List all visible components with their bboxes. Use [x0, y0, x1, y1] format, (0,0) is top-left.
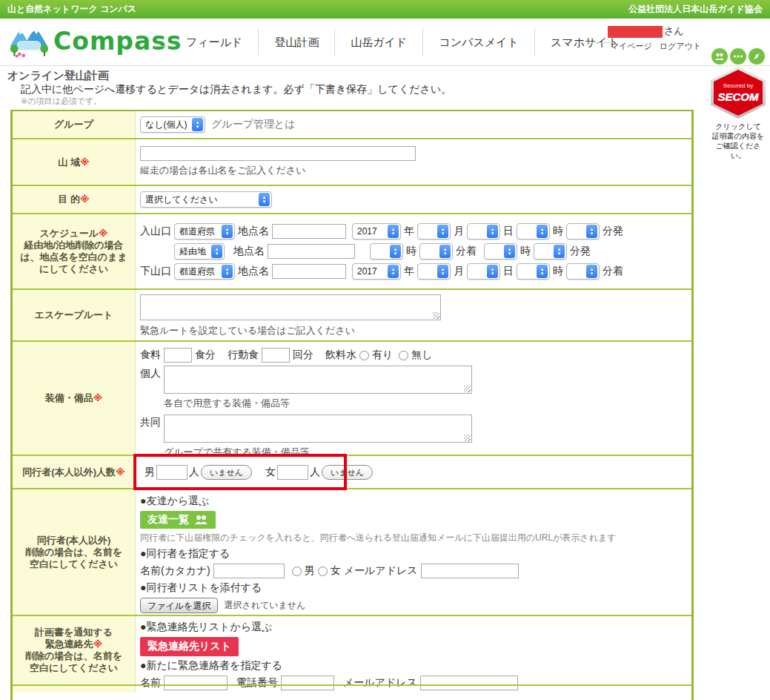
header: Compass フィールド 登山計画 山岳ガイド コンパスメイト スマホサイト … — [0, 19, 770, 66]
male-none-button[interactable]: いません — [201, 465, 252, 480]
org-name: 公益社団法人日本山岳ガイド協会 — [628, 3, 763, 16]
user-suffix: さん — [664, 24, 684, 38]
female-count-label: 女 — [265, 466, 276, 479]
snack-unit: 回分 — [293, 349, 313, 362]
emergency-label-cell: 計画書を通知する 緊急連絡先※ 削除の場合は、名前を 空白にしてください — [13, 616, 136, 684]
resize-grip-icon[interactable] — [433, 312, 439, 319]
group-manage-link[interactable]: グループ管理とは — [211, 118, 296, 131]
exit-year-select[interactable]: 2017 ▲▼ — [352, 263, 401, 280]
water-yes-radio[interactable] — [359, 351, 369, 360]
point-name-label: 地点名 — [233, 245, 265, 258]
via-arr-minute-select[interactable]: ▲▼ — [419, 243, 453, 260]
via-dep-minute-select[interactable]: ▲▼ — [534, 243, 567, 260]
water-no-label: 無し — [411, 349, 432, 362]
user-block: さん マイページ ログアウト — [608, 24, 704, 52]
entry-day-select[interactable]: ▲▼ — [467, 223, 500, 240]
required-mark: ※ — [80, 194, 90, 205]
companions-note: 同行者に下山届権限のチェックを入れると、同行者へ送られる登山届通知メールに下山届… — [140, 532, 616, 544]
mypage-link[interactable]: マイページ — [611, 41, 652, 52]
exit-month-select[interactable]: ▲▼ — [417, 263, 451, 280]
entry-month-select[interactable]: ▲▼ — [417, 223, 451, 240]
unit-hour: 時 — [553, 225, 563, 238]
logout-link[interactable]: ログアウト — [660, 41, 701, 52]
via-arr-hour-select[interactable]: ▲▼ — [370, 243, 403, 260]
entry-hour-select[interactable]: ▲▼ — [517, 223, 550, 240]
entry-year-select[interactable]: 2017 ▲▼ — [352, 223, 401, 240]
entry-point-input[interactable] — [272, 224, 346, 239]
chat-dots-icon[interactable] — [730, 48, 746, 65]
friends-icon — [193, 515, 208, 525]
attach-list-bullet: ●同行者リストを添付する — [140, 581, 262, 595]
site-name: 山と自然ネットワーク コンパス — [7, 3, 136, 16]
file-select-button[interactable]: ファイルを選択 — [140, 598, 218, 613]
male-count-input[interactable] — [156, 465, 187, 480]
nav-climb-plan[interactable]: 登山計画 — [259, 36, 334, 50]
purpose-select[interactable]: 選択してください ▲▼ — [140, 191, 272, 208]
file-status: 選択されていません — [224, 599, 305, 612]
unit-day: 日 — [503, 265, 514, 278]
companion-female-label: 女 — [331, 564, 341, 578]
select-stepper-icon: ▲▼ — [439, 245, 451, 258]
exit-pref-select[interactable]: 都道府県 ▲▼ — [174, 263, 235, 280]
escape-label-cell: エスケープルート — [13, 290, 136, 340]
exit-day-select[interactable]: ▲▼ — [467, 263, 500, 280]
companion-count-label-cell: 同行者(本人以外)人数※ — [13, 456, 136, 488]
male-count-label: 男 — [145, 466, 155, 479]
secom-seal[interactable]: Secured by SECOM クリックして 証明書の内容を ご確認ください。 — [708, 67, 768, 160]
unit-month: 月 — [454, 265, 464, 278]
area-input[interactable] — [140, 146, 416, 161]
nav-compass-mate[interactable]: コンパスメイト — [423, 36, 534, 50]
water-no-radio[interactable] — [399, 351, 408, 360]
nav-mountain-guide[interactable]: 山岳ガイド — [335, 36, 422, 50]
schedule-label-cell: スケジュール※ 経由地/泊地削除の場合は、地点名を空白のままにしてください — [13, 214, 136, 288]
food-count-input[interactable] — [164, 348, 192, 363]
female-none-button[interactable]: いません — [322, 465, 373, 480]
redacted-user-name — [608, 26, 663, 38]
companion-female-radio[interactable] — [318, 567, 328, 576]
group-select[interactable]: なし(個人) ▲▼ — [140, 116, 205, 133]
escape-textarea[interactable] — [140, 294, 441, 320]
via-dep-hour-select[interactable]: ▲▼ — [484, 243, 517, 260]
unit-hour: 時 — [553, 265, 563, 278]
compass-logo[interactable]: Compass — [9, 23, 182, 59]
via-point-input[interactable] — [268, 244, 355, 259]
resize-grip-icon[interactable] — [464, 386, 471, 392]
schedule-label-note: 経由地/泊地削除の場合は、地点名を空白のままにしてください — [19, 240, 129, 275]
food-label: 食料 — [140, 349, 161, 362]
companion-male-radio[interactable] — [292, 567, 302, 576]
water-label: 飲料水 — [325, 349, 356, 362]
shared-equipment-textarea[interactable] — [164, 415, 472, 443]
exit-hour-select[interactable]: ▲▼ — [517, 263, 550, 280]
emergency-list-button[interactable]: 緊急連絡先リスト — [140, 637, 239, 656]
unit-minute-arrive: 分着 — [603, 265, 623, 278]
female-count-input[interactable] — [277, 465, 308, 480]
companions-label-cell: 同行者(本人以外) 削除の場合は、名前を 空白にしてください — [13, 489, 136, 615]
entry-minute-select[interactable]: ▲▼ — [566, 223, 600, 240]
companion-email-label: メールアドレス — [344, 564, 418, 578]
entry-pref-select[interactable]: 都道府県 ▲▼ — [174, 223, 235, 240]
entry-point-label: 入山口 — [140, 225, 171, 238]
specify-companion-bullet: ●同行者を指定する — [140, 547, 230, 561]
resize-grip-icon[interactable] — [464, 435, 471, 441]
friends-icon[interactable] — [711, 48, 728, 65]
count-unit: 人 — [189, 466, 199, 479]
snack-count-input[interactable] — [262, 348, 290, 363]
required-mark: ※ — [99, 228, 108, 239]
exit-point-input[interactable] — [272, 264, 346, 279]
personal-equipment-textarea[interactable] — [164, 366, 472, 394]
unit-minute-arrive: 分着 — [456, 245, 477, 258]
select-stepper-icon: ▲▼ — [487, 265, 498, 278]
via-select[interactable]: 経由地 ▲▼ — [174, 243, 225, 260]
nav-field[interactable]: フィールド — [170, 36, 258, 50]
companion-male-label: 男 — [305, 564, 315, 578]
unit-year: 年 — [404, 225, 414, 238]
required-mark: ※ — [116, 466, 125, 478]
secom-caption-line: クリックして — [708, 122, 768, 131]
exit-minute-select[interactable]: ▲▼ — [566, 263, 600, 280]
unit-minute-depart: 分発 — [570, 245, 591, 258]
companion-email-input[interactable] — [421, 564, 519, 578]
main-nav: フィールド 登山計画 山岳ガイド コンパスメイト スマホサイト — [170, 26, 634, 59]
companion-name-input[interactable] — [213, 564, 285, 578]
friends-list-button[interactable]: 友達一覧 — [140, 511, 216, 529]
compass-needle-icon[interactable] — [749, 48, 765, 65]
